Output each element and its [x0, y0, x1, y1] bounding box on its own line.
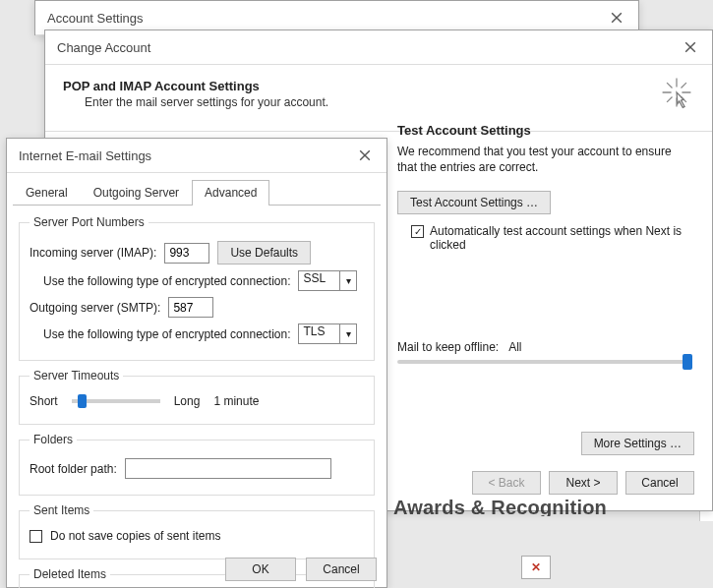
incoming-port-input[interactable]	[164, 243, 209, 264]
email-settings-title: Internet E-mail Settings	[19, 148, 151, 163]
next-button[interactable]: Next >	[549, 471, 618, 495]
mail-keep-value: All	[508, 340, 521, 354]
group-legend: Sent Items	[30, 503, 93, 517]
group-legend: Server Port Numbers	[30, 215, 149, 229]
test-settings-text: We recommend that you test your account …	[397, 144, 692, 175]
close-icon[interactable]	[677, 36, 704, 58]
close-icon[interactable]	[351, 145, 379, 166]
group-legend: Server Timeouts	[30, 369, 123, 382]
auto-test-checkbox-row[interactable]: Automatically test account settings when…	[411, 224, 692, 252]
outgoing-server-label: Outgoing server (SMTP):	[30, 301, 160, 315]
more-settings-button[interactable]: More Settings …	[581, 432, 694, 455]
change-account-title: Change Account	[57, 40, 150, 55]
group-legend: Folders	[30, 433, 77, 446]
internet-email-settings-window: Internet E-mail Settings General Outgoin…	[6, 138, 387, 588]
banner-subtext: Enter the mail server settings for your …	[85, 95, 328, 109]
checkbox-icon[interactable]	[30, 530, 42, 543]
timeout-value: 1 minute	[213, 394, 259, 408]
close-icon[interactable]	[603, 7, 630, 29]
background-heading: Awards & Recognition	[393, 497, 607, 516]
mail-keep-slider[interactable]	[397, 360, 692, 364]
sent-items-group: Sent Items Do not save copies of sent it…	[19, 503, 375, 559]
auto-test-label: Automatically test account settings when…	[430, 224, 692, 252]
back-button[interactable]: < Back	[472, 471, 541, 495]
change-account-titlebar[interactable]: Change Account	[45, 30, 712, 65]
dialog-buttons: OK Cancel	[225, 558, 377, 581]
wizard-buttons: < Back Next > Cancel	[472, 471, 694, 495]
dont-save-sent-row[interactable]: Do not save copies of sent items	[30, 529, 364, 543]
timeout-short-label: Short	[30, 394, 58, 408]
broken-image-icon: ✕	[521, 556, 551, 579]
tab-outgoing-server[interactable]: Outgoing Server	[81, 180, 192, 206]
test-settings-panel: Test Account Settings We recommend that …	[397, 119, 692, 364]
test-settings-heading: Test Account Settings	[397, 123, 692, 138]
mail-keep-offline-row: Mail to keep offline: All	[397, 340, 692, 354]
tab-advanced[interactable]: Advanced	[192, 180, 269, 206]
cursor-sparkle-icon	[659, 75, 694, 113]
checkbox-icon[interactable]	[411, 225, 424, 238]
root-folder-input[interactable]	[125, 458, 331, 479]
server-port-numbers-group: Server Port Numbers Incoming server (IMA…	[19, 215, 375, 361]
email-settings-titlebar[interactable]: Internet E-mail Settings	[7, 139, 386, 173]
advanced-tab-body: Server Port Numbers Incoming server (IMA…	[7, 206, 386, 588]
tab-general[interactable]: General	[13, 180, 81, 206]
settings-tabs: General Outgoing Server Advanced	[13, 179, 381, 206]
ok-button[interactable]: OK	[225, 558, 296, 581]
timeout-long-label: Long	[174, 394, 201, 408]
outgoing-encryption-select[interactable]: TLS ▾	[298, 323, 357, 344]
cancel-button[interactable]: Cancel	[306, 558, 377, 581]
account-settings-title: Account Settings	[47, 11, 144, 26]
server-timeouts-group: Server Timeouts Short Long 1 minute	[19, 369, 375, 425]
root-folder-label: Root folder path:	[30, 462, 117, 476]
timeout-slider[interactable]	[72, 399, 160, 403]
incoming-encryption-label: Use the following type of encrypted conn…	[43, 274, 290, 288]
dont-save-sent-label: Do not save copies of sent items	[50, 529, 220, 543]
outgoing-encryption-label: Use the following type of encrypted conn…	[43, 327, 290, 341]
incoming-encryption-select[interactable]: SSL ▾	[298, 270, 357, 291]
cancel-button[interactable]: Cancel	[625, 471, 694, 495]
slider-thumb-icon[interactable]	[683, 354, 692, 370]
test-account-settings-button[interactable]: Test Account Settings …	[397, 191, 551, 214]
slider-thumb-icon[interactable]	[78, 394, 87, 408]
mail-keep-label: Mail to keep offline:	[397, 340, 499, 354]
folders-group: Folders Root folder path:	[19, 433, 375, 496]
group-legend: Deleted Items	[30, 567, 110, 581]
use-defaults-button[interactable]: Use Defaults	[217, 241, 311, 265]
incoming-server-label: Incoming server (IMAP):	[30, 246, 156, 260]
outgoing-port-input[interactable]	[168, 297, 213, 318]
banner-heading: POP and IMAP Account Settings	[63, 79, 328, 93]
